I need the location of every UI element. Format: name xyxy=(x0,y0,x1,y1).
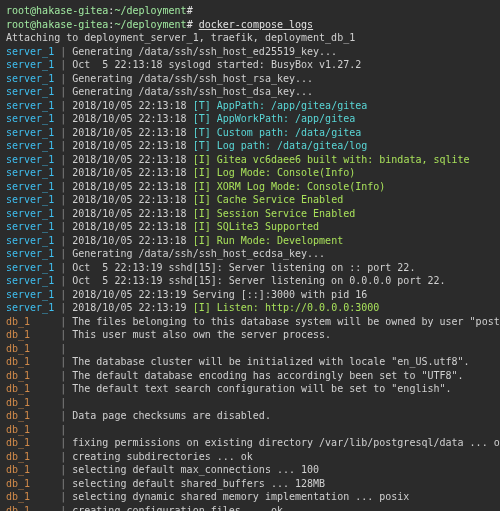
pipe-icon: | xyxy=(60,343,72,354)
log-line: server_1 | 2018/10/05 22:13:18 [T] Custo… xyxy=(6,126,494,140)
log-source: server_1 xyxy=(6,100,60,111)
pipe-icon: | xyxy=(60,316,72,327)
prompt-user: root@hakase-gitea xyxy=(6,19,108,30)
log-source: db_1 xyxy=(6,491,60,502)
pipe-icon: | xyxy=(60,464,72,475)
log-line: server_1 | 2018/10/05 22:13:19 [I] Liste… xyxy=(6,301,494,315)
log-source: db_1 xyxy=(6,451,60,462)
log-source: server_1 xyxy=(6,262,60,273)
log-line: server_1 | 2018/10/05 22:13:18 [I] Sessi… xyxy=(6,207,494,221)
attach-line: Attaching to deployment_server_1, traefi… xyxy=(6,31,494,45)
log-line: server_1 | 2018/10/05 22:13:18 [I] Cache… xyxy=(6,193,494,207)
log-line: server_1 | Oct 5 22:13:19 sshd[15]: Serv… xyxy=(6,274,494,288)
terminal-viewport[interactable]: root@hakase-gitea:~/deployment# root@hak… xyxy=(6,4,494,511)
pipe-icon: | xyxy=(60,208,72,219)
pipe-icon: | xyxy=(60,154,72,165)
pipe-icon: | xyxy=(60,127,72,138)
log-line: db_1 | selecting default max_connections… xyxy=(6,463,494,477)
log-source: server_1 xyxy=(6,140,60,151)
pipe-icon: | xyxy=(60,100,72,111)
log-timestamp: 2018/10/05 22:13:18 xyxy=(72,154,192,165)
log-source: server_1 xyxy=(6,289,60,300)
prompt-hash: # xyxy=(187,19,193,30)
log-output: server_1 | Generating /data/ssh/ssh_host… xyxy=(6,45,494,512)
log-level-tag: [I] xyxy=(193,208,217,219)
log-source: server_1 xyxy=(6,154,60,165)
prompt-hash: # xyxy=(187,5,193,16)
log-source: server_1 xyxy=(6,73,60,84)
log-timestamp: 2018/10/05 22:13:18 xyxy=(72,100,192,111)
log-level-tag: [I] xyxy=(193,181,217,192)
log-line: db_1 | The files belonging to this datab… xyxy=(6,315,494,329)
log-source: server_1 xyxy=(6,86,60,97)
log-source: server_1 xyxy=(6,113,60,124)
log-line: db_1 | xyxy=(6,396,494,410)
pipe-icon: | xyxy=(60,356,72,367)
log-timestamp: 2018/10/05 22:13:18 xyxy=(72,235,192,246)
log-line: db_1 | xyxy=(6,342,494,356)
prompt-line: root@hakase-gitea:~/deployment# docker-c… xyxy=(6,18,494,32)
pipe-icon: | xyxy=(60,505,72,512)
log-source: db_1 xyxy=(6,316,60,327)
log-level-tag: [I] xyxy=(193,302,217,313)
log-message: Generating /data/ssh/ssh_host_dsa_key... xyxy=(72,86,313,97)
log-line: db_1 | selecting default shared_buffers … xyxy=(6,477,494,491)
log-level-tag: [I] xyxy=(193,154,217,165)
log-level-tag: [I] xyxy=(193,221,217,232)
log-source: db_1 xyxy=(6,397,60,408)
log-message: The files belonging to this database sys… xyxy=(72,316,500,327)
log-message: Session Service Enabled xyxy=(217,208,355,219)
log-line: db_1 | This user must also own the serve… xyxy=(6,328,494,342)
pipe-icon: | xyxy=(60,478,72,489)
log-line: server_1 | 2018/10/05 22:13:18 [I] XORM … xyxy=(6,180,494,194)
log-line: db_1 | selecting dynamic shared memory i… xyxy=(6,490,494,504)
log-source: db_1 xyxy=(6,383,60,394)
log-source: server_1 xyxy=(6,127,60,138)
log-line: db_1 | The default database encoding has… xyxy=(6,369,494,383)
log-source: db_1 xyxy=(6,370,60,381)
log-message: This user must also own the server proce… xyxy=(72,329,331,340)
log-message: Generating /data/ssh/ssh_host_ed25519_ke… xyxy=(72,46,337,57)
log-line: server_1 | Generating /data/ssh/ssh_host… xyxy=(6,247,494,261)
prompt-cmd: docker-compose logs xyxy=(199,19,313,30)
log-message: SQLite3 Supported xyxy=(217,221,319,232)
log-message: Custom path: /data/gitea xyxy=(217,127,362,138)
log-source: db_1 xyxy=(6,424,60,435)
log-message: The default text search configuration wi… xyxy=(72,383,451,394)
log-source: db_1 xyxy=(6,505,60,512)
log-level-tag: [T] xyxy=(193,127,217,138)
log-source: db_1 xyxy=(6,329,60,340)
log-line: server_1 | 2018/10/05 22:13:18 [I] SQLit… xyxy=(6,220,494,234)
log-line: server_1 | Oct 5 22:13:19 sshd[15]: Serv… xyxy=(6,261,494,275)
log-message: creating configuration files ... ok xyxy=(72,505,283,512)
log-source: server_1 xyxy=(6,208,60,219)
log-message: selecting dynamic shared memory implemen… xyxy=(72,491,409,502)
log-line: server_1 | 2018/10/05 22:13:19 Serving [… xyxy=(6,288,494,302)
pipe-icon: | xyxy=(60,410,72,421)
log-level-tag: [T] xyxy=(193,140,217,151)
log-message: Log path: /data/gitea/log xyxy=(217,140,368,151)
log-line: server_1 | Generating /data/ssh/ssh_host… xyxy=(6,45,494,59)
pipe-icon: | xyxy=(60,194,72,205)
log-message: Oct 5 22:13:19 sshd[15]: Server listenin… xyxy=(72,275,445,286)
log-line: db_1 | The database cluster will be init… xyxy=(6,355,494,369)
pipe-icon: | xyxy=(60,86,72,97)
log-message: Gitea vc6daee6 built with: bindata, sqli… xyxy=(217,154,470,165)
log-line: server_1 | 2018/10/05 22:13:18 [T] AppPa… xyxy=(6,99,494,113)
log-level-tag: [T] xyxy=(193,113,217,124)
log-line: db_1 | fixing permissions on existing di… xyxy=(6,436,494,450)
pipe-icon: | xyxy=(60,73,72,84)
log-message: 2018/10/05 22:13:19 Serving [::]:3000 wi… xyxy=(72,289,367,300)
log-message: fixing permissions on existing directory… xyxy=(72,437,500,448)
log-line: db_1 | xyxy=(6,423,494,437)
log-source: db_1 xyxy=(6,437,60,448)
log-source: db_1 xyxy=(6,464,60,475)
pipe-icon: | xyxy=(60,262,72,273)
pipe-icon: | xyxy=(60,59,72,70)
log-level-tag: [T] xyxy=(193,100,217,111)
log-timestamp: 2018/10/05 22:13:18 xyxy=(72,208,192,219)
log-level-tag: [I] xyxy=(193,235,217,246)
log-timestamp: 2018/10/05 22:13:18 xyxy=(72,167,192,178)
log-message: Oct 5 22:13:19 sshd[15]: Server listenin… xyxy=(72,262,415,273)
log-message: Listen: http://0.0.0.0:3000 xyxy=(217,302,380,313)
